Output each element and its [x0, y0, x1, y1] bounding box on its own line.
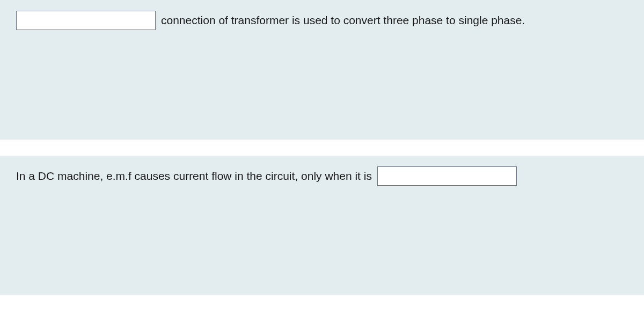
answer-input-1[interactable]	[16, 11, 156, 30]
question-content-1: connection of transformer is used to con…	[16, 11, 628, 30]
question-text-1: connection of transformer is used to con…	[161, 12, 525, 28]
answer-input-2[interactable]	[377, 166, 517, 186]
question-text-2: In a DC machine, e.m.f causes current fl…	[16, 168, 372, 184]
question-block-1: connection of transformer is used to con…	[0, 0, 644, 140]
question-block-2: In a DC machine, e.m.f causes current fl…	[0, 156, 644, 295]
question-content-2: In a DC machine, e.m.f causes current fl…	[16, 166, 628, 186]
